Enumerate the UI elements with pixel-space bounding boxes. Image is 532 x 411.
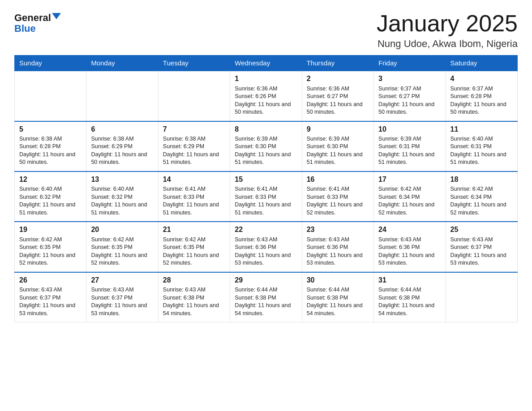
- table-row: [158, 71, 230, 121]
- table-row: 9Sunrise: 6:39 AM Sunset: 6:30 PM Daylig…: [302, 121, 373, 171]
- header-saturday: Saturday: [446, 56, 517, 71]
- table-row: [446, 272, 517, 322]
- table-row: 13Sunrise: 6:40 AM Sunset: 6:32 PM Dayli…: [86, 171, 158, 222]
- table-row: 7Sunrise: 6:38 AM Sunset: 6:29 PM Daylig…: [158, 121, 230, 171]
- day-number: 11: [450, 124, 513, 134]
- day-info: Sunrise: 6:44 AM Sunset: 6:38 PM Dayligh…: [378, 286, 441, 317]
- day-number: 7: [163, 124, 225, 134]
- day-number: 24: [378, 225, 441, 235]
- table-row: 3Sunrise: 6:37 AM Sunset: 6:27 PM Daylig…: [374, 71, 446, 121]
- header-tuesday: Tuesday: [158, 56, 230, 71]
- header-sunday: Sunday: [15, 56, 86, 71]
- day-number: 14: [163, 175, 225, 184]
- calendar-subtitle: Nung Udoe, Akwa Ibom, Nigeria: [377, 38, 518, 50]
- table-row: 29Sunrise: 6:44 AM Sunset: 6:38 PM Dayli…: [230, 272, 302, 322]
- calendar-table: Sunday Monday Tuesday Wednesday Thursday…: [14, 55, 518, 322]
- table-row: 24Sunrise: 6:43 AM Sunset: 6:36 PM Dayli…: [374, 222, 446, 272]
- title-block: January 2025 Nung Udoe, Akwa Ibom, Niger…: [377, 11, 518, 50]
- day-number: 8: [235, 124, 297, 134]
- logo-text-blue: Blue: [14, 23, 36, 34]
- table-row: [86, 71, 158, 121]
- header-wednesday: Wednesday: [230, 56, 302, 71]
- day-info: Sunrise: 6:39 AM Sunset: 6:31 PM Dayligh…: [378, 135, 441, 167]
- day-info: Sunrise: 6:37 AM Sunset: 6:27 PM Dayligh…: [378, 85, 441, 116]
- day-info: Sunrise: 6:36 AM Sunset: 6:27 PM Dayligh…: [307, 85, 369, 116]
- table-row: 5Sunrise: 6:38 AM Sunset: 6:28 PM Daylig…: [15, 121, 86, 171]
- day-info: Sunrise: 6:43 AM Sunset: 6:37 PM Dayligh…: [450, 236, 513, 267]
- day-info: Sunrise: 6:42 AM Sunset: 6:34 PM Dayligh…: [450, 185, 513, 217]
- day-info: Sunrise: 6:43 AM Sunset: 6:36 PM Dayligh…: [307, 236, 369, 267]
- day-info: Sunrise: 6:38 AM Sunset: 6:29 PM Dayligh…: [163, 135, 225, 167]
- table-row: 30Sunrise: 6:44 AM Sunset: 6:38 PM Dayli…: [302, 272, 373, 322]
- day-number: 29: [235, 275, 297, 285]
- day-info: Sunrise: 6:44 AM Sunset: 6:38 PM Dayligh…: [307, 286, 369, 317]
- table-row: 18Sunrise: 6:42 AM Sunset: 6:34 PM Dayli…: [446, 171, 517, 222]
- day-number: 25: [450, 225, 513, 235]
- day-number: 4: [450, 74, 513, 84]
- day-info: Sunrise: 6:41 AM Sunset: 6:33 PM Dayligh…: [235, 185, 297, 217]
- day-info: Sunrise: 6:41 AM Sunset: 6:33 PM Dayligh…: [163, 185, 225, 217]
- header-friday: Friday: [374, 56, 446, 71]
- day-info: Sunrise: 6:42 AM Sunset: 6:34 PM Dayligh…: [378, 185, 441, 217]
- calendar-week-row: 12Sunrise: 6:40 AM Sunset: 6:32 PM Dayli…: [15, 171, 518, 222]
- table-row: 21Sunrise: 6:42 AM Sunset: 6:35 PM Dayli…: [158, 222, 230, 272]
- calendar-week-row: 26Sunrise: 6:43 AM Sunset: 6:37 PM Dayli…: [15, 272, 518, 322]
- table-row: 28Sunrise: 6:43 AM Sunset: 6:38 PM Dayli…: [158, 272, 230, 322]
- table-row: 15Sunrise: 6:41 AM Sunset: 6:33 PM Dayli…: [230, 171, 302, 222]
- table-row: 11Sunrise: 6:40 AM Sunset: 6:31 PM Dayli…: [446, 121, 517, 171]
- table-row: 20Sunrise: 6:42 AM Sunset: 6:35 PM Dayli…: [86, 222, 158, 272]
- day-info: Sunrise: 6:40 AM Sunset: 6:32 PM Dayligh…: [91, 185, 153, 217]
- day-info: Sunrise: 6:39 AM Sunset: 6:30 PM Dayligh…: [307, 135, 369, 167]
- day-info: Sunrise: 6:40 AM Sunset: 6:31 PM Dayligh…: [450, 135, 513, 167]
- day-info: Sunrise: 6:42 AM Sunset: 6:35 PM Dayligh…: [19, 236, 82, 267]
- day-info: Sunrise: 6:43 AM Sunset: 6:37 PM Dayligh…: [19, 286, 82, 317]
- table-row: 14Sunrise: 6:41 AM Sunset: 6:33 PM Dayli…: [158, 171, 230, 222]
- day-info: Sunrise: 6:37 AM Sunset: 6:28 PM Dayligh…: [450, 85, 513, 116]
- table-row: 22Sunrise: 6:43 AM Sunset: 6:36 PM Dayli…: [230, 222, 302, 272]
- day-info: Sunrise: 6:36 AM Sunset: 6:26 PM Dayligh…: [235, 85, 297, 116]
- header-monday: Monday: [86, 56, 158, 71]
- table-row: 19Sunrise: 6:42 AM Sunset: 6:35 PM Dayli…: [15, 222, 86, 272]
- day-number: 5: [19, 124, 82, 134]
- day-number: 16: [307, 175, 369, 184]
- day-number: 1: [235, 74, 297, 84]
- day-number: 22: [235, 225, 297, 235]
- day-info: Sunrise: 6:42 AM Sunset: 6:35 PM Dayligh…: [163, 236, 225, 267]
- table-row: 26Sunrise: 6:43 AM Sunset: 6:37 PM Dayli…: [15, 272, 86, 322]
- day-number: 12: [19, 175, 82, 184]
- day-number: 18: [450, 175, 513, 184]
- day-info: Sunrise: 6:43 AM Sunset: 6:37 PM Dayligh…: [91, 286, 153, 317]
- day-number: 21: [163, 225, 225, 235]
- table-row: 27Sunrise: 6:43 AM Sunset: 6:37 PM Dayli…: [86, 272, 158, 322]
- day-info: Sunrise: 6:38 AM Sunset: 6:29 PM Dayligh…: [91, 135, 153, 167]
- day-info: Sunrise: 6:43 AM Sunset: 6:36 PM Dayligh…: [235, 236, 297, 267]
- day-number: 3: [378, 74, 441, 84]
- day-number: 20: [91, 225, 153, 235]
- table-row: 16Sunrise: 6:41 AM Sunset: 6:33 PM Dayli…: [302, 171, 373, 222]
- table-row: 4Sunrise: 6:37 AM Sunset: 6:28 PM Daylig…: [446, 71, 517, 121]
- day-info: Sunrise: 6:39 AM Sunset: 6:30 PM Dayligh…: [235, 135, 297, 167]
- day-info: Sunrise: 6:43 AM Sunset: 6:38 PM Dayligh…: [163, 286, 225, 317]
- day-number: 26: [19, 275, 82, 285]
- table-row: 10Sunrise: 6:39 AM Sunset: 6:31 PM Dayli…: [374, 121, 446, 171]
- day-number: 17: [378, 175, 441, 184]
- table-row: 1Sunrise: 6:36 AM Sunset: 6:26 PM Daylig…: [230, 71, 302, 121]
- table-row: 31Sunrise: 6:44 AM Sunset: 6:38 PM Dayli…: [374, 272, 446, 322]
- day-number: 23: [307, 225, 369, 235]
- table-row: 8Sunrise: 6:39 AM Sunset: 6:30 PM Daylig…: [230, 121, 302, 171]
- day-number: 28: [163, 275, 225, 285]
- header-thursday: Thursday: [302, 56, 373, 71]
- page-header: General Blue January 2025 Nung Udoe, Akw…: [14, 11, 518, 50]
- day-number: 27: [91, 275, 153, 285]
- table-row: 17Sunrise: 6:42 AM Sunset: 6:34 PM Dayli…: [374, 171, 446, 222]
- day-number: 19: [19, 225, 82, 235]
- day-number: 6: [91, 124, 153, 134]
- table-row: 12Sunrise: 6:40 AM Sunset: 6:32 PM Dayli…: [15, 171, 86, 222]
- day-info: Sunrise: 6:38 AM Sunset: 6:28 PM Dayligh…: [19, 135, 82, 167]
- day-number: 13: [91, 175, 153, 184]
- logo-triangle-icon: [52, 13, 61, 19]
- calendar-week-row: 5Sunrise: 6:38 AM Sunset: 6:28 PM Daylig…: [15, 121, 518, 171]
- logo: General Blue: [14, 11, 61, 34]
- calendar-title: January 2025: [377, 11, 518, 36]
- table-row: 23Sunrise: 6:43 AM Sunset: 6:36 PM Dayli…: [302, 222, 373, 272]
